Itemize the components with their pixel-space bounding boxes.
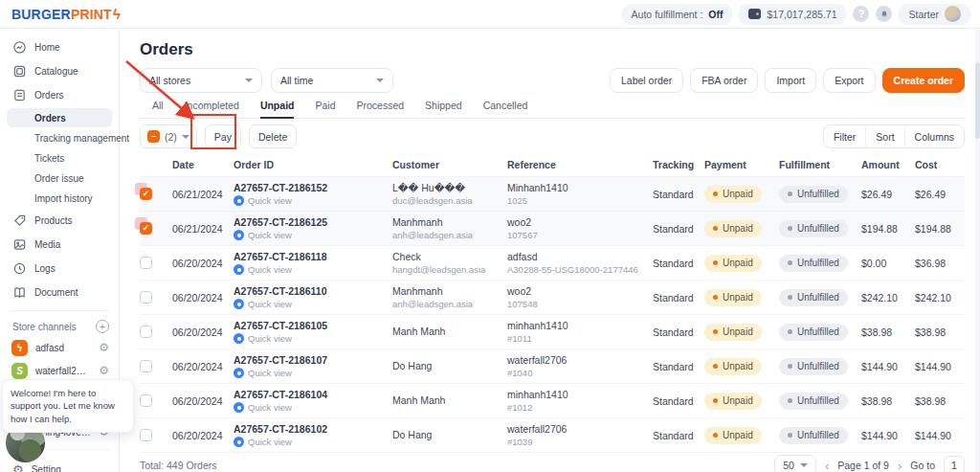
store-icon: S [11,363,28,379]
status-tab[interactable]: Cancelled [483,100,528,118]
order-row[interactable]: ✓ 06/21/2024 A27657-CT-2186125 Quick vie… [140,211,965,245]
next-page-button[interactable]: › [898,460,902,472]
gear-icon[interactable]: ⚙ [99,365,109,376]
amount-value: $144.90 [861,361,915,372]
tool-button[interactable]: Filter [824,125,865,147]
notifications-button[interactable] [876,6,892,22]
cost-value: $242.10 [915,292,965,303]
quick-view-link[interactable]: Quick view [234,230,392,240]
row-checkbox[interactable]: ✓ [140,360,152,372]
order-row[interactable]: ✓ 06/20/2024 A27657-CT-2186118 Quick vie… [140,245,965,280]
pay-button[interactable]: Pay [205,124,241,148]
goto-page-input[interactable] [944,456,965,472]
sidebar-subitem[interactable]: Tickets [0,148,119,169]
select-all-checkbox[interactable]: – [147,130,160,143]
order-status-tabs: AllIncompletedUnpaidPaidProcessedShipped… [140,100,965,119]
action-button[interactable]: FBA order [690,68,758,93]
row-checkbox[interactable]: ✓ [140,394,152,407]
store-name: waterfall2706 [35,366,91,376]
status-dot [713,364,718,369]
customer-email: hangdt@leadsgen.asia [392,264,507,275]
time-filter-select[interactable]: All time [271,68,393,93]
add-store-button[interactable]: + [96,320,109,333]
quick-view-link[interactable]: Quick view [234,195,392,206]
cost-value: $144.90 [915,430,965,441]
quick-view-link[interactable]: Quick view [234,264,392,275]
create-order-button[interactable]: Create order [882,68,965,93]
amount-value: $194.88 [861,223,915,235]
reference-id: #1011 [507,333,653,344]
check-icon: ✓ [143,190,150,198]
quick-view-label: Quick view [248,437,292,447]
sidebar-item-document[interactable]: Document [0,281,119,304]
quick-view-link[interactable]: Quick view [234,437,392,447]
sidebar-subitem[interactable]: Tracking management [0,128,119,148]
order-row[interactable]: ✓ 06/20/2024 A27657-CT-2186107 Quick vie… [140,348,965,383]
col-date: Date [172,159,234,170]
action-button[interactable]: Export [823,68,875,93]
status-tab[interactable]: Processed [356,100,404,118]
order-row[interactable]: ✓ 06/20/2024 A27657-CT-2186110 Quick vie… [140,280,965,314]
auto-fulfillment-status[interactable]: Auto fulfillment : Off [622,4,733,25]
tool-button[interactable]: Columns [904,125,964,147]
burgerprints-logo[interactable]: BURGERPRINTϟ [11,6,121,22]
prev-page-button[interactable]: ‹ [825,460,829,472]
sidebar-subitem[interactable]: Order issue [0,169,119,189]
chat-welcome-tooltip: Welcome! I'm here to support you. Let me… [2,379,134,433]
action-button[interactable]: Label order [610,68,683,93]
selected-count: (2) [165,131,177,143]
order-row[interactable]: ✓ 06/20/2024 A27657-CT-2186105 Quick vie… [140,314,965,348]
scrollbar[interactable] [975,30,980,472]
quick-view-link[interactable]: Quick view [234,333,392,344]
sidebar-item-catalogue[interactable]: Catalogue [0,59,119,83]
sidebar-item-orders[interactable]: Orders [0,83,119,107]
bulk-select-dropdown[interactable]: – (2) [140,124,197,148]
status-tab[interactable]: Paid [315,100,335,118]
scrollbar-thumb[interactable] [975,62,980,139]
row-checkbox[interactable]: ✓ [140,222,152,235]
amount-value: $242.10 [861,292,915,303]
sidebar-subitem[interactable]: Orders [7,108,112,127]
status-tab[interactable]: Shipped [425,100,462,118]
wallet-balance[interactable]: $17,017,285.71 [739,4,846,25]
status-tab[interactable]: Incompleted [185,100,239,118]
status-tab[interactable]: All [152,100,164,118]
account-menu[interactable]: Starter [899,4,970,25]
page-size-select[interactable]: 50 [774,455,816,472]
help-button[interactable]: ? [853,6,869,22]
gear-icon[interactable]: ⚙ [99,342,109,353]
quick-view-link[interactable]: Quick view [234,368,392,378]
amount-value: $38.98 [861,395,915,407]
delete-button[interactable]: Delete [249,124,297,148]
sidebar-item-media[interactable]: Media [0,233,119,257]
row-checkbox[interactable]: ✓ [140,188,152,200]
status-tab[interactable]: Unpaid [260,100,295,119]
order-date: 06/20/2024 [172,292,234,303]
action-button[interactable]: Import [765,68,816,93]
col-fulfillment: Fulfillment [779,159,861,170]
row-checkbox[interactable]: ✓ [140,257,152,269]
reference-id: #1040 [507,368,653,378]
row-checkbox[interactable]: ✓ [140,326,152,338]
quick-view-label: Quick view [248,195,292,206]
row-checkbox[interactable]: ✓ [140,291,152,303]
order-row[interactable]: ✓ 06/21/2024 A27657-CT-2186152 Quick vie… [140,176,965,211]
status-dot [713,226,718,231]
eye-icon [234,264,244,275]
sidebar-subitem[interactable]: Import history [0,189,119,209]
sidebar-item-home[interactable]: Home [0,35,119,59]
store-filter-select[interactable]: All stores [140,68,262,93]
customer-name: Manh Manh [392,394,507,406]
row-checkbox[interactable]: ✓ [140,429,152,441]
order-row[interactable]: ✓ 06/20/2024 A27657-CT-2186104 Quick vie… [140,383,965,417]
quick-view-link[interactable]: Quick view [234,299,392,309]
order-row[interactable]: ✓ 06/20/2024 A27657-CT-2186102 Quick vie… [140,417,965,452]
sidebar-divider [10,310,109,311]
page-size-value: 50 [783,460,794,471]
tool-button[interactable]: Sort [865,125,903,147]
quick-view-link[interactable]: Quick view [234,402,392,413]
sidebar-item-logs[interactable]: Logs [0,257,119,281]
sidebar-item-products[interactable]: Products [0,209,119,233]
table-tools: FilterSortColumns [823,124,965,148]
store-channel-item[interactable]: ϟ adfasd ⚙ [0,336,119,359]
